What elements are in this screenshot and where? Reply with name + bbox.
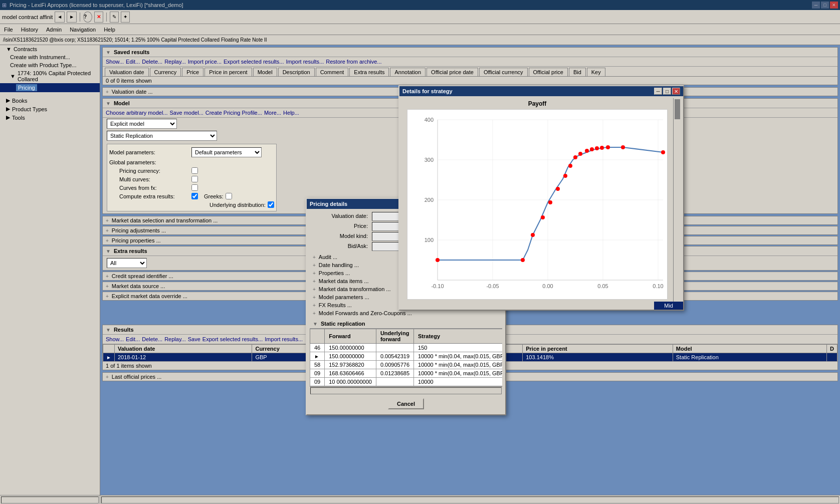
underlying-dist-checkbox[interactable] bbox=[268, 201, 274, 208]
greeks-checkbox[interactable] bbox=[226, 193, 232, 199]
toolbar-close-button[interactable]: ✕ bbox=[94, 12, 103, 23]
sr-col-forward[interactable]: Forward bbox=[325, 329, 376, 344]
static-replication-select[interactable]: Static Replication bbox=[107, 131, 217, 141]
results-import-btn[interactable]: Import results... bbox=[265, 336, 303, 342]
sidebar-item-create-product[interactable]: Create with Product Type... bbox=[0, 61, 100, 69]
tab-model[interactable]: Model bbox=[253, 68, 277, 76]
tab-official-currency[interactable]: Official currency bbox=[479, 68, 528, 76]
import-results-button[interactable]: Import results... bbox=[286, 59, 324, 65]
sr-row-3[interactable]: 09 168.63606466 0.01238685 10000 * min(0… bbox=[310, 369, 503, 378]
sr-horizontal-scroll[interactable] bbox=[310, 387, 502, 394]
svg-point-20 bbox=[521, 258, 525, 262]
payoff-maximize[interactable]: □ bbox=[663, 88, 671, 95]
curves-from-fx-checkbox[interactable] bbox=[191, 184, 198, 191]
tab-price-in-percent[interactable]: Price in percent bbox=[204, 68, 252, 76]
toolbar-separator2 bbox=[106, 13, 107, 22]
market-data-label: Market data selection and transformation… bbox=[112, 217, 218, 223]
col-price-pct[interactable]: Price in percent bbox=[523, 345, 673, 353]
tab-annotation[interactable]: Annotation bbox=[390, 68, 426, 76]
saved-results-collapse-icon[interactable]: ▼ bbox=[106, 50, 111, 55]
delete-button[interactable]: Delete... bbox=[142, 59, 162, 65]
multi-curves-checkbox[interactable] bbox=[191, 176, 198, 182]
toolbar-edit-button[interactable]: ✎ bbox=[110, 12, 119, 23]
results-replay-btn[interactable]: Replay... bbox=[164, 336, 186, 342]
sr-forward-4: 10 000.00000000 bbox=[325, 378, 376, 386]
model-help-btn[interactable]: Help... bbox=[283, 110, 299, 116]
sidebar-tools[interactable]: ▶ Tools bbox=[0, 113, 100, 122]
results-show-btn[interactable]: Show... bbox=[106, 336, 124, 342]
tab-bid[interactable]: Bid bbox=[569, 68, 586, 76]
col-model[interactable]: Model bbox=[673, 345, 826, 353]
sr-row-0[interactable]: 46 150.00000000 150 None bbox=[310, 344, 503, 352]
results-delete-btn[interactable]: Delete... bbox=[142, 336, 162, 342]
sr-col-strategy[interactable]: Strategy bbox=[414, 329, 502, 344]
payoff-minimize[interactable]: ─ bbox=[654, 88, 662, 95]
menu-help[interactable]: Help bbox=[100, 24, 119, 35]
pricing-currency-row: Pricing currency: bbox=[109, 166, 274, 175]
more-btn[interactable]: More... bbox=[264, 110, 281, 116]
sr-col-underlying[interactable]: Underlying forward bbox=[376, 329, 413, 344]
bid-ask-indicator: Mid bbox=[654, 302, 683, 310]
cancel-button[interactable]: Cancel bbox=[388, 398, 424, 409]
menu-navigation[interactable]: Navigation bbox=[66, 24, 100, 35]
market-data-source-label: Market data source ... bbox=[112, 283, 165, 289]
tab-key[interactable]: Key bbox=[587, 68, 605, 76]
choose-arbitrary-model-btn[interactable]: Choose arbitrary model... bbox=[106, 110, 168, 116]
global-params-label: Global parameters: bbox=[109, 159, 189, 165]
sidebar-product-types[interactable]: ▶ Product Types bbox=[0, 105, 100, 113]
sr-row-2[interactable]: 58 152.97368820 0.00905776 10000 * min(0… bbox=[310, 361, 503, 369]
minimize-button[interactable]: ─ bbox=[812, 2, 820, 9]
edit-button[interactable]: Edit... bbox=[126, 59, 140, 65]
sidebar-item-pricing[interactable]: Pricing bbox=[0, 83, 100, 92]
results-save-btn[interactable]: Save bbox=[188, 336, 200, 342]
tab-description[interactable]: Description bbox=[278, 68, 315, 76]
back-button[interactable]: ◄ bbox=[55, 12, 65, 23]
right-scroll-bar[interactable] bbox=[101, 496, 839, 503]
menu-file[interactable]: File bbox=[0, 24, 17, 35]
sidebar-books[interactable]: ▶ Books bbox=[0, 96, 100, 105]
forward-button[interactable]: ► bbox=[67, 12, 77, 23]
compute-extra-checkbox[interactable] bbox=[191, 193, 198, 199]
model-collapse-icon[interactable]: ▼ bbox=[106, 101, 111, 106]
tab-official-price-date[interactable]: Official price date bbox=[427, 68, 478, 76]
payoff-chart-controls: ─ □ ✕ bbox=[654, 88, 680, 95]
tab-price[interactable]: Price bbox=[182, 68, 203, 76]
sr-forward-2: 152.97368820 bbox=[325, 361, 376, 369]
pricing-currency-checkbox[interactable] bbox=[191, 167, 198, 174]
sidebar-item-create-instrument[interactable]: Create with Instrument... bbox=[0, 53, 100, 61]
replay-button[interactable]: Replay... bbox=[164, 59, 186, 65]
tab-extra-results[interactable]: Extra results bbox=[349, 68, 389, 76]
chart-scroll-thumb bbox=[675, 99, 680, 119]
tab-official-price[interactable]: Official price bbox=[529, 68, 568, 76]
import-price-button[interactable]: Import price... bbox=[188, 59, 222, 65]
col-valuation-date[interactable]: Valuation date bbox=[114, 345, 252, 353]
payoff-close[interactable]: ✕ bbox=[672, 88, 680, 95]
export-selected-button[interactable]: Export selected results... bbox=[224, 59, 284, 65]
default-params-select[interactable]: Default parameters bbox=[191, 147, 262, 157]
model-type-select[interactable]: Explicit model bbox=[107, 119, 177, 129]
sr-row-4[interactable]: 09 10 000.00000000 10000 None bbox=[310, 378, 503, 386]
left-scroll-bar[interactable] bbox=[1, 496, 99, 503]
close-button[interactable]: ✕ bbox=[830, 2, 838, 9]
restore-button[interactable]: Restore from archive... bbox=[326, 59, 381, 65]
sidebar-item-1774[interactable]: ▼ 1774: 100% Capital Protected Collared bbox=[0, 69, 100, 83]
tab-valuation-date[interactable]: Valuation date bbox=[105, 68, 149, 76]
properties-label: Properties ... bbox=[319, 270, 350, 276]
toolbar-star-button[interactable]: ✦ bbox=[121, 12, 130, 23]
chart-scrollbar[interactable] bbox=[673, 98, 681, 307]
menu-admin[interactable]: Admin bbox=[42, 24, 66, 35]
tab-currency[interactable]: Currency bbox=[150, 68, 181, 76]
create-pricing-profile-btn[interactable]: Create Pricing Profile... bbox=[205, 110, 262, 116]
save-model-btn[interactable]: Save model... bbox=[170, 110, 203, 116]
contracts-expand-icon: ▼ bbox=[6, 46, 12, 52]
results-edit-btn[interactable]: Edit... bbox=[126, 336, 140, 342]
maximize-button[interactable]: □ bbox=[821, 2, 829, 9]
show-button[interactable]: Show... bbox=[106, 59, 124, 65]
results-export-btn[interactable]: Export selected results... bbox=[202, 336, 263, 342]
sr-row-1[interactable]: ► 150.00000000 0.00542319 10000 * min(0.… bbox=[310, 352, 503, 361]
col-d[interactable]: D bbox=[827, 345, 837, 353]
menu-history[interactable]: History bbox=[17, 24, 42, 35]
tab-comment[interactable]: Comment bbox=[316, 68, 349, 76]
toolbar-help-button[interactable]: ? bbox=[83, 12, 92, 23]
extra-results-select[interactable]: All bbox=[107, 258, 147, 268]
